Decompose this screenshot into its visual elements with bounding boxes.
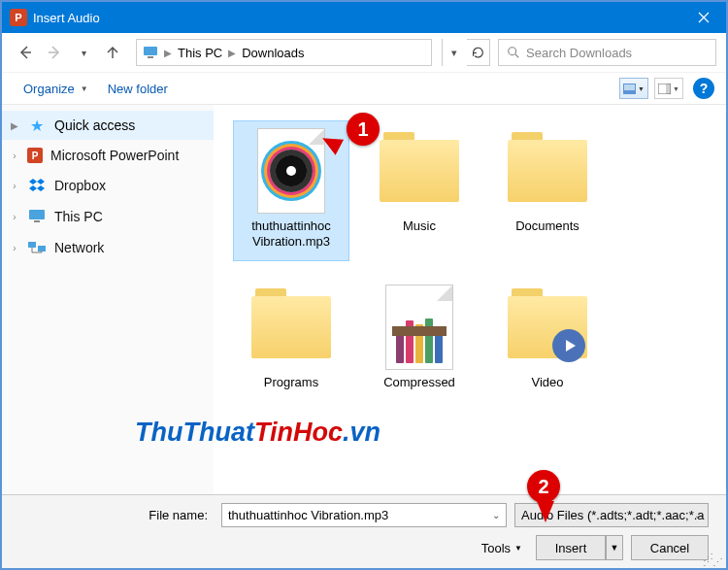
new-folder-button[interactable]: New folder (98, 78, 178, 100)
chevron-down-icon: ▼ (611, 543, 619, 553)
recent-locations-button[interactable]: ▾ (70, 39, 97, 66)
view-mode-button[interactable]: ▼ (619, 78, 648, 99)
chevron-down-icon: ▼ (81, 84, 88, 93)
arrow-left-icon (17, 45, 33, 60)
powerpoint-icon: P (27, 148, 43, 163)
breadcrumb-downloads[interactable]: Downloads (242, 46, 304, 60)
sidebar-item-dropbox[interactable]: › Dropbox (2, 171, 214, 200)
tools-button[interactable]: Tools ▼ (476, 537, 528, 559)
chevron-right-icon: › (10, 151, 19, 161)
address-history-button[interactable]: ▾ (442, 39, 465, 66)
main-area: ▶ ★ Quick access › P Microsoft PowerPoin… (2, 105, 726, 494)
play-icon (552, 329, 585, 362)
help-icon: ? (700, 81, 709, 96)
search-input[interactable]: Search Downloads (498, 39, 716, 66)
chevron-down-icon[interactable]: ⌄ (492, 510, 500, 520)
monitor-icon (27, 208, 47, 225)
thumbnails-icon (623, 84, 636, 94)
file-label: Video (531, 375, 563, 390)
close-button[interactable] (681, 2, 726, 33)
network-icon (27, 239, 47, 256)
folder-icon (508, 140, 587, 202)
search-icon (507, 46, 520, 59)
forward-button[interactable] (41, 39, 68, 66)
help-button[interactable]: ? (693, 78, 714, 99)
powerpoint-app-icon: P (10, 9, 27, 26)
sidebar-item-this-pc[interactable]: › This PC (2, 202, 214, 231)
sidebar-item-label: Microsoft PowerPoint (50, 148, 179, 163)
filename-input[interactable]: thuthuattinhoc Vibration.mp3 ⌄ (221, 503, 507, 527)
arrow-up-icon (105, 45, 120, 60)
annotation-label: 1 (357, 118, 368, 141)
file-folder-programs[interactable]: Programs (233, 277, 349, 418)
svg-rect-0 (144, 47, 157, 55)
sidebar-item-powerpoint[interactable]: › P Microsoft PowerPoint (2, 142, 214, 169)
file-compressed[interactable]: Compressed (361, 277, 478, 418)
monitor-icon (143, 45, 158, 60)
preview-pane-button[interactable]: ▼ (654, 78, 683, 99)
filename-value: thuthuattinhoc Vibration.mp3 (228, 508, 388, 522)
titlebar: P Insert Audio (2, 2, 726, 33)
breadcrumb-this-pc[interactable]: This PC (178, 46, 222, 60)
search-placeholder: Search Downloads (526, 46, 632, 60)
insert-label: Insert (555, 541, 587, 555)
organize-button[interactable]: Organize ▼ (14, 78, 98, 100)
file-folder-music[interactable]: Music (361, 120, 478, 261)
new-folder-label: New folder (108, 82, 168, 96)
folder-icon (251, 296, 331, 358)
sidebar-item-network[interactable]: › Network (2, 233, 214, 262)
chevron-right-icon: ▶ (228, 48, 236, 58)
chevron-down-icon: ▼ (673, 85, 679, 92)
sidebar-item-quick-access[interactable]: ▶ ★ Quick access (2, 111, 214, 140)
file-folder-documents[interactable]: Documents (489, 120, 606, 261)
panel-icon (658, 84, 671, 94)
svg-rect-8 (34, 220, 40, 222)
file-label: Music (403, 218, 436, 234)
command-bar: Organize ▼ New folder ▼ ▼ ? (2, 72, 726, 105)
sidebar-item-label: Network (54, 240, 104, 255)
svg-rect-9 (28, 242, 36, 248)
back-button[interactable] (12, 39, 39, 66)
svg-rect-7 (29, 210, 45, 219)
insert-split-button: Insert ▼ (536, 535, 623, 560)
filename-label: File name: (19, 508, 214, 522)
annotation-2: 2 (527, 470, 560, 503)
sidebar: ▶ ★ Quick access › P Microsoft PowerPoin… (2, 105, 214, 494)
file-label: thuthuattinhoc Vibration.mp3 (238, 218, 345, 251)
audio-file-icon (257, 128, 325, 214)
svg-point-2 (509, 48, 516, 55)
insert-button[interactable]: Insert (536, 535, 606, 560)
sidebar-item-label: This PC (54, 209, 103, 224)
chevron-down-icon: ▼ (638, 85, 645, 92)
insert-dropdown-button[interactable]: ▼ (606, 535, 623, 560)
file-grid[interactable]: thuthuattinhoc Vibration.mp3 Music Docum… (214, 105, 726, 494)
organize-label: Organize (23, 82, 75, 96)
chevron-right-icon: › (10, 243, 19, 253)
folder-icon (380, 140, 459, 202)
star-icon: ★ (27, 117, 47, 134)
resize-grip[interactable]: ⋰⋰⋰ (703, 555, 722, 565)
refresh-button[interactable] (467, 39, 490, 66)
cancel-button[interactable]: Cancel (631, 535, 709, 560)
file-folder-video[interactable]: Video (489, 277, 606, 418)
svg-rect-6 (666, 84, 671, 94)
address-bar[interactable]: ▶ This PC ▶ Downloads (136, 39, 432, 66)
close-icon (698, 12, 710, 23)
chevron-right-icon: › (10, 212, 19, 222)
chevron-down-icon: ⌄ (694, 510, 702, 520)
annotation-1: 1 (347, 113, 380, 146)
chevron-down-icon: ▾ (451, 47, 457, 59)
file-label: Documents (515, 218, 579, 234)
up-button[interactable] (99, 39, 126, 66)
navigation-row: ▾ ▶ This PC ▶ Downloads ▾ Search Downloa… (2, 33, 726, 72)
chevron-right-icon: ▶ (164, 48, 172, 58)
bottom-panel: File name: thuthuattinhoc Vibration.mp3 … (2, 494, 726, 568)
sidebar-item-label: Quick access (54, 117, 135, 133)
archive-file-icon (385, 285, 453, 370)
file-label: Compressed (383, 375, 455, 390)
chevron-right-icon: ▶ (10, 120, 19, 131)
dropbox-icon (27, 177, 47, 194)
arrow-right-icon (47, 45, 62, 60)
file-label: Programs (264, 375, 318, 390)
folder-icon (508, 296, 587, 358)
